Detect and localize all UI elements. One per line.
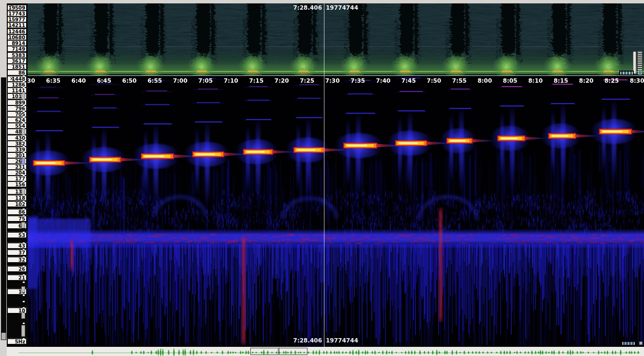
axis-handle[interactable] xyxy=(21,222,25,228)
frequency-tick-marker xyxy=(23,266,25,267)
axis-handle[interactable] xyxy=(21,312,25,319)
selection-divider-tick[interactable] xyxy=(279,347,279,350)
mini-button[interactable] xyxy=(639,341,643,345)
frequency-tick-marker xyxy=(23,111,25,112)
frequency-tick-marker xyxy=(23,274,25,276)
frequency-tick-label: 86 xyxy=(7,70,27,75)
time-tick-label: 8:20 xyxy=(579,78,594,84)
mini-cell[interactable] xyxy=(622,72,623,74)
frequency-tick-marker xyxy=(23,75,25,77)
frequency-tick-marker xyxy=(23,146,25,148)
frequency-tick-marker xyxy=(23,152,25,153)
mini-cell[interactable] xyxy=(626,72,627,74)
cursor-time-readout: 7:28.406 xyxy=(293,5,322,11)
mini-cell[interactable] xyxy=(632,342,633,345)
frequency-tick-marker xyxy=(23,307,25,309)
waveform-overview[interactable] xyxy=(7,347,644,356)
close-icon[interactable]: × xyxy=(10,3,15,9)
time-tick-label: 7:45 xyxy=(401,78,416,84)
axis-handle[interactable] xyxy=(21,286,25,293)
frequency-tick-marker xyxy=(23,295,25,296)
mini-cell[interactable] xyxy=(632,72,633,74)
mini-cell[interactable] xyxy=(630,72,631,74)
frequency-tick-marker xyxy=(23,117,25,118)
time-tick-label: 8:15 xyxy=(553,78,568,84)
cursor-sample-readout: 19774744 xyxy=(326,5,358,11)
frequency-tick-marker xyxy=(23,301,25,302)
frequency-tick-label: 10680 xyxy=(7,34,27,40)
mini-cell[interactable] xyxy=(634,342,635,345)
axis-handle[interactable] xyxy=(21,158,25,164)
scrollbar-thumb[interactable] xyxy=(1,333,6,340)
time-tick-label: 7:00 xyxy=(173,78,187,84)
time-tick-label: 7:05 xyxy=(199,78,213,84)
mini-cell[interactable] xyxy=(620,72,621,74)
mini-cell[interactable] xyxy=(629,342,630,345)
mini-toolbar[interactable] xyxy=(619,71,634,75)
time-tick-label: 8:00 xyxy=(477,78,492,84)
frequency-tick-marker xyxy=(23,87,25,89)
time-tick-label: 8:25 xyxy=(604,78,619,84)
bottom-spectrogram-image[interactable] xyxy=(28,76,644,347)
frequency-tick-label: 12446 xyxy=(7,29,27,34)
mini-button[interactable] xyxy=(638,71,642,74)
axis-handle[interactable] xyxy=(21,93,25,100)
axis-handle[interactable] xyxy=(21,129,25,135)
top-frequency-axis[interactable]: 1950917743159771421112446106808914714953… xyxy=(7,3,28,75)
cursor-sample-readout: 19774744 xyxy=(326,338,358,344)
frequency-tick-label: 5383 xyxy=(7,52,27,58)
bottom-spectrogram-view[interactable]: 6:306:356:406:456:506:557:007:057:107:15… xyxy=(28,76,644,347)
frequency-tick-label: 15977 xyxy=(7,16,27,22)
frequency-tick-marker xyxy=(23,215,25,217)
top-spectrogram-view[interactable]: 7:28.406 19774744 xyxy=(28,3,644,75)
time-tick-label: 8:05 xyxy=(503,78,518,84)
playback-cursor-line xyxy=(324,3,324,75)
frequency-tick-marker xyxy=(23,208,25,210)
mini-toolbar[interactable] xyxy=(621,341,636,346)
mini-cell[interactable] xyxy=(624,342,625,345)
mini-cell[interactable] xyxy=(629,72,630,74)
axis-handle[interactable] xyxy=(21,188,25,194)
mini-cell[interactable] xyxy=(627,342,628,345)
axis-handle[interactable] xyxy=(21,325,25,337)
mini-cell[interactable] xyxy=(628,342,629,345)
frequency-tick-marker xyxy=(23,175,25,177)
time-tick-label: 7:25 xyxy=(300,78,314,84)
mini-cell[interactable] xyxy=(631,342,632,345)
playback-cursor-line xyxy=(324,76,324,347)
time-tick-label: 7:15 xyxy=(249,78,263,84)
time-tick-label: 6:35 xyxy=(46,78,61,84)
vertical-scrollbar[interactable] xyxy=(1,77,6,340)
frequency-tick-marker xyxy=(23,122,25,124)
view-selection-box[interactable] xyxy=(279,348,307,355)
mini-cell[interactable] xyxy=(625,72,626,74)
time-tick-label: 7:55 xyxy=(452,78,467,84)
frequency-tick-marker xyxy=(23,282,25,283)
mini-cell[interactable] xyxy=(628,72,629,74)
mini-cell[interactable] xyxy=(623,72,624,74)
time-tick-label: 8:30 xyxy=(630,78,644,84)
top-spectrogram-image[interactable] xyxy=(28,3,644,75)
frequency-tick-marker xyxy=(23,256,25,258)
time-tick-label: 7:35 xyxy=(351,78,365,84)
time-tick-label: 6:50 xyxy=(122,78,137,84)
waveform-image[interactable] xyxy=(7,347,644,356)
frequency-tick-marker xyxy=(23,194,25,196)
app-window: × 19509177431597714211124461068089147149… xyxy=(0,0,644,356)
time-tick-label: 6:55 xyxy=(148,78,162,84)
frequency-tick-marker xyxy=(23,232,25,233)
bottom-frequency-axis[interactable]: 1448128611411012899796705624554489430382… xyxy=(7,76,28,347)
frequency-tick-marker xyxy=(23,201,25,202)
time-tick-label: 6:30 xyxy=(28,78,35,84)
time-tick-label: 7:10 xyxy=(224,78,238,84)
mini-cell[interactable] xyxy=(622,342,623,345)
cursor-time-readout: 7:28.406 xyxy=(293,338,322,344)
frequency-tick-marker xyxy=(23,105,25,106)
view-selection-box[interactable] xyxy=(250,348,278,355)
frequency-tick-label: 7149 xyxy=(7,46,27,52)
time-tick-label: 7:30 xyxy=(325,78,340,84)
frequency-tick-marker xyxy=(23,81,25,83)
mini-cell[interactable] xyxy=(625,342,626,345)
close-icon[interactable]: × xyxy=(10,76,15,82)
frequency-tick-label: 8914 xyxy=(7,40,27,46)
